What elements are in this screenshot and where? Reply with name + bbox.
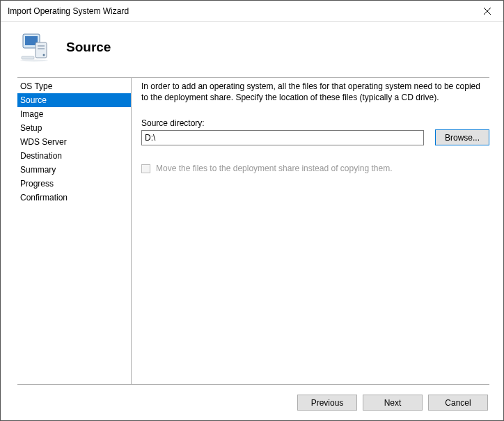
svg-rect-6	[38, 48, 45, 49]
step-image[interactable]: Image	[17, 107, 131, 121]
window-title: Import Operating System Wizard	[8, 6, 471, 16]
browse-button[interactable]: Browse...	[435, 129, 489, 145]
step-os-type[interactable]: OS Type	[17, 79, 131, 93]
wizard-header: Source	[1, 22, 503, 77]
step-summary[interactable]: Summary	[17, 163, 131, 177]
source-directory-row: Browse...	[141, 129, 489, 145]
svg-point-9	[20, 60, 48, 62]
close-button[interactable]	[471, 1, 503, 22]
step-source[interactable]: Source	[17, 93, 131, 107]
source-directory-input[interactable]	[141, 130, 424, 145]
move-files-row: Move the files to the deployment share i…	[141, 164, 489, 173]
content-panel: In order to add an operating system, all…	[132, 77, 489, 384]
computer-icon	[19, 33, 49, 62]
wizard-window: Import Operating System Wizard Source OS…	[0, 0, 504, 421]
wizard-footer: Previous Next Cancel	[17, 384, 489, 420]
instruction-text: In order to add an operating system, all…	[141, 81, 489, 103]
svg-rect-8	[22, 56, 34, 59]
step-confirmation[interactable]: Confirmation	[17, 191, 131, 205]
close-icon	[483, 7, 491, 15]
step-destination[interactable]: Destination	[17, 149, 131, 163]
step-wds-server[interactable]: WDS Server	[17, 135, 131, 149]
step-progress[interactable]: Progress	[17, 177, 131, 191]
source-directory-label: Source directory:	[141, 118, 489, 128]
next-button[interactable]: Next	[363, 395, 423, 411]
svg-rect-4	[36, 42, 47, 58]
cancel-button[interactable]: Cancel	[428, 395, 488, 411]
svg-rect-5	[38, 45, 45, 47]
move-files-label: Move the files to the deployment share i…	[156, 164, 393, 173]
wizard-body: OS Type Source Image Setup WDS Server De…	[1, 77, 503, 384]
step-sidebar: OS Type Source Image Setup WDS Server De…	[17, 77, 132, 384]
page-title: Source	[66, 40, 111, 55]
move-files-checkbox	[141, 164, 150, 173]
step-setup[interactable]: Setup	[17, 121, 131, 135]
svg-point-7	[43, 54, 45, 56]
previous-button[interactable]: Previous	[297, 395, 357, 411]
titlebar: Import Operating System Wizard	[1, 1, 503, 22]
